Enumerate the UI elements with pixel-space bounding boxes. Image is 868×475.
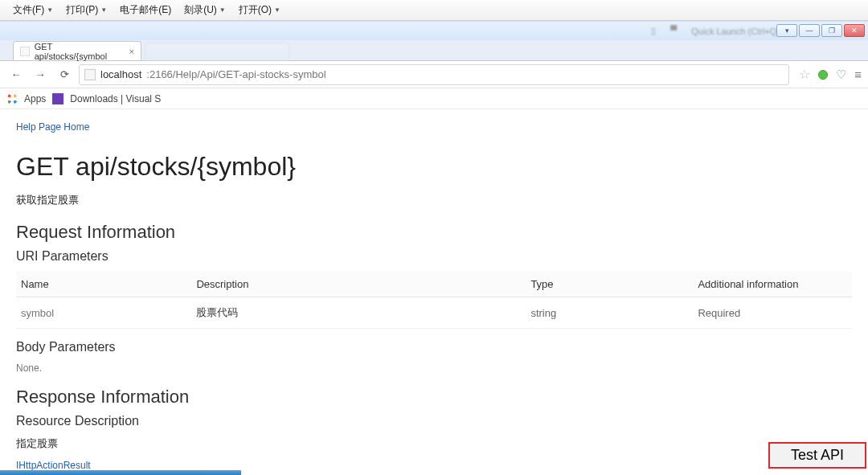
- test-api-button[interactable]: Test API: [768, 442, 866, 469]
- bookmark-star-icon[interactable]: ☆: [799, 67, 810, 82]
- col-type: Type: [526, 272, 693, 297]
- col-description: Description: [191, 272, 526, 297]
- browser-tab-active[interactable]: GET api/stocks/{symbol ×: [13, 41, 141, 60]
- titlebar-icon: ▝▘: [667, 26, 680, 36]
- result-type-link[interactable]: IHttpActionResult: [16, 460, 91, 471]
- browser-toolbar: ← → ⟳ localhost:2166/Help/Api/GET-api-st…: [0, 61, 868, 88]
- shield-icon[interactable]: ♡: [836, 68, 846, 82]
- window-min-aux-button[interactable]: ▾: [776, 24, 797, 37]
- vs-icon[interactable]: [52, 93, 63, 104]
- chevron-down-icon: ▼: [47, 6, 53, 14]
- back-button[interactable]: ←: [6, 65, 26, 84]
- cell-type: string: [526, 297, 693, 329]
- window-titlebar: ▯ ▝▘ Quick Launch (Ctrl+Q) ▾ — ❐ ✕: [0, 21, 868, 40]
- window-minimize-button[interactable]: —: [799, 24, 820, 37]
- window-close-button[interactable]: ✕: [844, 24, 865, 37]
- address-bar[interactable]: localhost:2166/Help/Api/GET-api-stocks-s…: [79, 64, 789, 85]
- url-path: :2166/Help/Api/GET-api-stocks-symbol: [146, 68, 326, 80]
- col-additional: Additional information: [693, 272, 852, 297]
- chevron-down-icon: ▼: [100, 6, 107, 14]
- page-title: GET api/stocks/{symbol}: [16, 152, 852, 182]
- uri-parameters-table: Name Description Type Additional informa…: [16, 272, 852, 329]
- menu-icon[interactable]: ≡: [854, 68, 862, 81]
- taskbar: [0, 470, 241, 475]
- app-menu-bar: 文件(F)▼ 打印(P)▼ 电子邮件(E) 刻录(U)▼ 打开(O)▼: [0, 0, 868, 21]
- api-description: 获取指定股票: [16, 193, 852, 207]
- cell-description: 股票代码: [191, 297, 526, 329]
- tab-close-icon[interactable]: ×: [129, 47, 134, 56]
- window-restore-button[interactable]: ❐: [821, 24, 842, 37]
- browser-tab-inactive[interactable]: [145, 43, 289, 60]
- browser-tab-strip: GET api/stocks/{symbol ×: [0, 40, 868, 61]
- apps-icon[interactable]: [6, 93, 18, 104]
- url-host: localhost: [100, 68, 141, 80]
- reload-button[interactable]: ⟳: [55, 65, 74, 84]
- page-icon: [84, 69, 96, 80]
- table-header-row: Name Description Type Additional informa…: [16, 272, 852, 297]
- bookmarks-downloads-label[interactable]: Downloads | Visual S: [70, 93, 161, 104]
- section-request-info: Request Information: [16, 222, 852, 243]
- subsection-uri-parameters: URI Parameters: [16, 249, 852, 264]
- menu-email[interactable]: 电子邮件(E): [113, 3, 178, 17]
- subsection-body-parameters: Body Parameters: [16, 340, 852, 354]
- menu-print[interactable]: 打印(P)▼: [59, 3, 113, 17]
- bookmarks-bar: Apps Downloads | Visual S: [0, 88, 868, 109]
- menu-burn[interactable]: 刻录(U)▼: [178, 3, 232, 17]
- table-row: symbol 股票代码 string Required: [16, 297, 852, 329]
- cell-additional: Required: [693, 297, 852, 329]
- page-icon: [20, 47, 30, 56]
- menu-open[interactable]: 打开(O)▼: [232, 3, 287, 17]
- bookmarks-apps-label[interactable]: Apps: [24, 93, 46, 104]
- tab-title: GET api/stocks/{symbol: [35, 42, 125, 61]
- col-name: Name: [16, 272, 191, 297]
- titlebar-blur-area: ▯ ▝▘ Quick Launch (Ctrl+Q): [651, 26, 780, 36]
- section-response-info: Response Information: [16, 387, 852, 407]
- breadcrumb-home-link[interactable]: Help Page Home: [16, 121, 89, 133]
- body-parameters-none: None.: [16, 362, 852, 374]
- chevron-down-icon: ▼: [219, 6, 226, 14]
- chevron-down-icon: ▼: [274, 6, 280, 14]
- titlebar-icon: ▯: [651, 26, 656, 36]
- subsection-resource-description: Resource Description: [16, 414, 852, 428]
- menu-file[interactable]: 文件(F)▼: [6, 3, 59, 17]
- page-content: Help Page Home GET api/stocks/{symbol} 获…: [0, 109, 868, 475]
- resource-description-text: 指定股票: [16, 436, 852, 451]
- forward-button[interactable]: →: [31, 65, 50, 84]
- search-placeholder: Quick Launch (Ctrl+Q): [691, 27, 780, 36]
- extension-icon[interactable]: [818, 70, 828, 80]
- cell-name: symbol: [16, 297, 191, 329]
